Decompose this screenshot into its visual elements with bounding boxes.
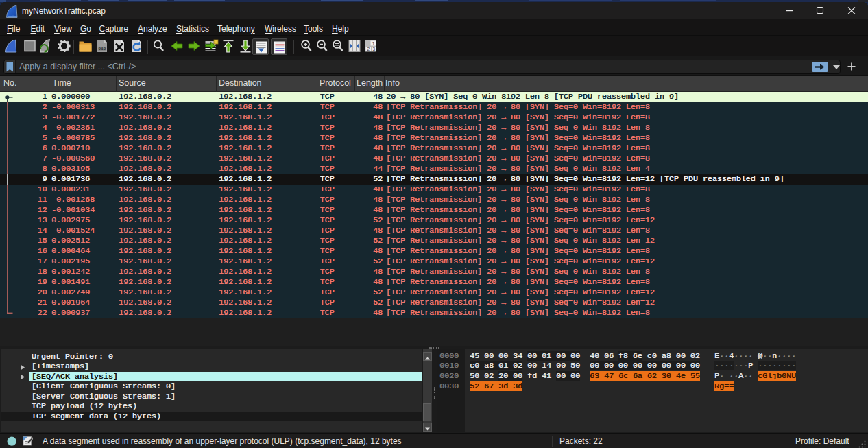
- svg-text:2: 2: [367, 47, 370, 51]
- svg-text:1: 1: [372, 40, 375, 45]
- svg-text:3: 3: [372, 47, 375, 51]
- svg-text:010: 010: [99, 47, 106, 51]
